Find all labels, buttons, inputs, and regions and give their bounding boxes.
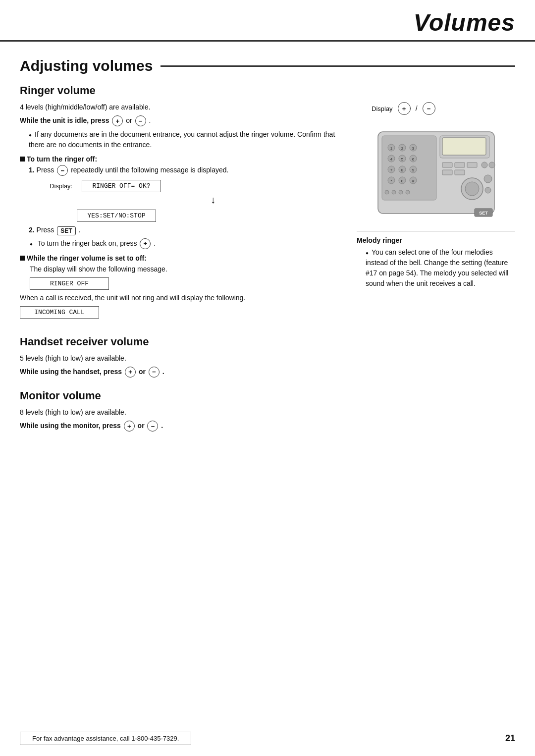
display-box-ringer-off-status: RINGER OFF — [30, 277, 109, 290]
svg-text:9: 9 — [412, 168, 414, 172]
minus-btn-icon-step1[interactable]: − — [57, 165, 68, 176]
ringer-right-col: Display + / − — [357, 102, 515, 322]
idle-label: While the unit is idle, press — [20, 116, 109, 124]
svg-point-37 — [482, 162, 487, 168]
ringer-two-col: 4 levels (high/middle/low/off) are avail… — [20, 102, 515, 322]
down-arrow: ↓ — [84, 194, 342, 206]
handset-instruction: While using the handset, press + or − . — [20, 367, 515, 378]
step2: 2. Press SET . — [29, 226, 342, 235]
display-box-ringer-off: RINGER OFF= OK? — [82, 180, 161, 192]
svg-point-42 — [485, 187, 491, 193]
set-btn-step2[interactable]: SET — [57, 226, 75, 235]
svg-text:5: 5 — [401, 157, 403, 162]
handset-volume-section: Handset receiver volume 5 levels (high t… — [20, 335, 515, 378]
turn-on-bullet: To turn the ringer back on, press + . — [30, 238, 342, 249]
svg-rect-33 — [455, 162, 465, 167]
ringer-off-heading-square: While the ringer volume is set to off: — [20, 254, 342, 262]
svg-text:0: 0 — [401, 179, 403, 183]
display-box-incoming-call: INCOMING CALL — [20, 306, 99, 319]
svg-text:2: 2 — [401, 146, 403, 151]
svg-point-41 — [484, 175, 492, 183]
handset-minus-btn[interactable]: − — [149, 367, 160, 378]
melody-ringer-section: Melody ringer You can select one of the … — [357, 231, 515, 291]
svg-rect-36 — [455, 170, 465, 175]
display-box-yes-set: YES:SET/NO:STOP — [77, 210, 156, 222]
display-device-label: Display — [372, 105, 393, 112]
svg-text:8: 8 — [401, 168, 403, 172]
svg-rect-34 — [467, 162, 477, 167]
ringer-volume-section: Ringer volume 4 levels (high/middle/low/… — [20, 84, 515, 322]
ringer-off-desc: The display will show the following mess… — [30, 264, 342, 274]
svg-text:*: * — [390, 179, 392, 183]
svg-point-31 — [406, 190, 410, 194]
page-content: Adjusting volumes Ringer volume 4 levels… — [0, 42, 535, 464]
ringer-idle-instruction: While the unit is idle, press + or − . — [20, 115, 342, 126]
footer-page-number: 21 — [505, 733, 515, 744]
monitor-volume-heading: Monitor volume — [20, 389, 515, 402]
ringer-off-label: While the ringer volume is set to off: — [27, 254, 147, 262]
svg-rect-3 — [442, 138, 486, 155]
svg-point-38 — [489, 162, 495, 168]
ringer-volume-heading: Ringer volume — [20, 84, 515, 97]
square-bullet-icon — [20, 157, 25, 162]
svg-text:SET: SET — [479, 211, 488, 216]
monitor-intro: 8 levels (high to low) are available. — [20, 407, 515, 418]
device-top-row: Display + / − — [372, 102, 436, 115]
plus-btn-icon[interactable]: + — [112, 115, 123, 126]
svg-text:#: # — [412, 179, 414, 183]
display-row2: YES:SET/NO:STOP — [77, 210, 342, 222]
slash-sep: / — [416, 105, 418, 112]
device-minus-btn[interactable]: − — [423, 102, 435, 115]
turn-off-label: To turn the ringer off: — [27, 155, 97, 163]
monitor-volume-section: Monitor volume 8 levels (high to low) ar… — [20, 389, 515, 432]
display-row1: Display: RINGER OFF= OK? — [50, 180, 342, 192]
display-label-text: Display: — [50, 182, 77, 190]
melody-bullet1: You can select one of the four melodies … — [366, 247, 515, 289]
monitor-plus-btn[interactable]: + — [124, 421, 135, 432]
svg-point-40 — [465, 182, 479, 196]
device-plus-btn[interactable]: + — [398, 102, 411, 115]
footer: For fax advantage assistance, call 1-800… — [20, 732, 515, 745]
monitor-instruction: While using the monitor, press + or − . — [20, 421, 515, 432]
turn-off-heading: To turn the ringer off: — [20, 155, 342, 163]
handset-intro: 5 levels (high to low) are available. — [20, 353, 515, 364]
minus-btn-icon[interactable]: − — [135, 115, 146, 126]
header: Volumes — [0, 0, 535, 42]
svg-rect-32 — [442, 162, 452, 167]
step1: 1. Press − repeatedly until the followin… — [29, 165, 342, 176]
footer-assistance-text: For fax advantage assistance, call 1-800… — [20, 732, 191, 745]
monitor-minus-btn[interactable]: − — [147, 421, 158, 432]
svg-text:3: 3 — [412, 146, 414, 151]
page-title-header: Volumes — [414, 9, 515, 36]
adjusting-volumes-heading: Adjusting volumes — [20, 57, 515, 74]
ringer-off-display-wrap: RINGER OFF — [30, 277, 342, 290]
svg-point-30 — [399, 190, 403, 194]
square-bullet-icon2 — [20, 256, 25, 261]
ringer-left-col: 4 levels (high/middle/low/off) are avail… — [20, 102, 342, 322]
step1-text: Press — [37, 166, 54, 174]
svg-text:6: 6 — [412, 157, 414, 162]
handset-plus-btn[interactable]: + — [125, 367, 136, 378]
incoming-call-desc: When a call is received, the unit will n… — [20, 293, 342, 303]
ringer-intro: 4 levels (high/middle/low/off) are avail… — [20, 102, 342, 112]
svg-point-29 — [392, 190, 396, 194]
svg-text:7: 7 — [390, 168, 392, 172]
step1-cont: repeatedly until the following message i… — [71, 166, 228, 174]
handset-volume-heading: Handset receiver volume — [20, 335, 515, 348]
svg-rect-35 — [442, 170, 452, 175]
fax-device-illustration: 1 2 3 4 5 6 7 8 — [363, 117, 509, 226]
step2-text: Press — [37, 226, 54, 234]
svg-point-28 — [385, 190, 389, 194]
incoming-call-display-wrap: INCOMING CALL — [20, 306, 342, 319]
svg-text:4: 4 — [390, 157, 392, 162]
melody-ringer-heading: Melody ringer — [357, 236, 515, 244]
svg-text:1: 1 — [390, 146, 392, 151]
plus-btn-icon-turn-on[interactable]: + — [140, 238, 151, 249]
ringer-bullet1: If any documents are in the document ent… — [29, 129, 342, 150]
